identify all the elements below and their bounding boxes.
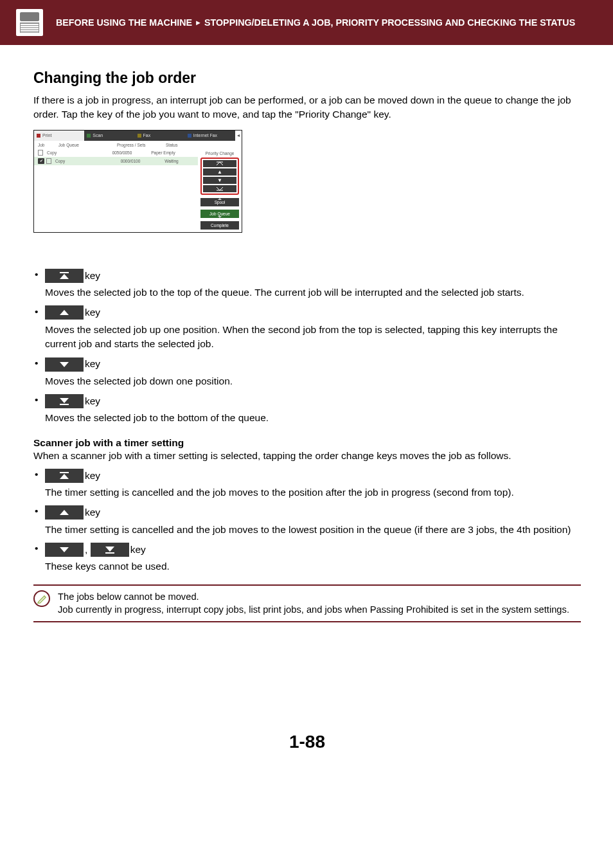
move-bottom-button[interactable] (203, 185, 236, 192)
move-top-icon (45, 469, 84, 483)
check-icon: ✔ (38, 158, 44, 164)
tab-fax[interactable]: Fax (135, 131, 185, 141)
note-block: The jobs below cannot be moved. Job curr… (33, 584, 581, 622)
breadcrumb-section: BEFORE USING THE MACHINE (56, 17, 192, 28)
back-button[interactable]: ◂ (235, 131, 242, 141)
note-text: The jobs below cannot be moved. Job curr… (58, 590, 569, 617)
complete-button[interactable]: Complete (200, 221, 239, 230)
priority-keys-list: key Moves the selected job to the top of… (33, 268, 581, 426)
fax-icon (138, 134, 141, 138)
move-top-icon (45, 269, 84, 283)
list-item: key Moves the selected job to the top of… (33, 268, 581, 300)
list-item: key Moves the selected job down one posi… (33, 357, 581, 389)
tab-internet-fax[interactable]: Internet Fax (185, 131, 235, 141)
spool-button[interactable]: Spool (200, 198, 239, 206)
intro-text: If there is a job in progress, an interr… (33, 93, 581, 122)
scanner-subheading: Scanner job with a timer setting (33, 437, 581, 449)
doc-icon (38, 150, 43, 156)
tab-scan[interactable]: Scan (84, 131, 134, 141)
breadcrumb: BEFORE USING THE MACHINE ► STOPPING/DELE… (56, 17, 575, 28)
breadcrumb-separator-icon: ► (195, 19, 202, 26)
list-item: , key These keys cannot be used. (33, 542, 581, 574)
page-number: 1-88 (33, 732, 581, 772)
list-item: key The timer setting is cancelled and t… (33, 505, 581, 537)
ifax-icon (188, 134, 191, 138)
list-item: key Moves the selected job up one positi… (33, 305, 581, 352)
note-icon (33, 590, 50, 607)
priority-buttons-highlight: ▲ ▼ (200, 158, 239, 195)
priority-change-label: Priority Change (200, 150, 239, 158)
job-row-selected[interactable]: ✔ Copy 0000/0100 Waiting (34, 157, 198, 165)
job-status-screenshot: Print Scan Fax Internet Fax ◂ Job Job Qu… (33, 130, 242, 233)
list-item: key The timer setting is cancelled and t… (33, 468, 581, 500)
list-item: key Moves the selected job to the bottom… (33, 393, 581, 426)
move-down-button[interactable]: ▼ (203, 177, 236, 184)
job-row[interactable]: Copy 0050/0050 Paper Empty (34, 149, 198, 157)
move-down-icon (45, 357, 84, 372)
tab-print[interactable]: Print (34, 131, 84, 141)
move-up-icon (45, 305, 84, 320)
scanner-keys-list: key The timer setting is cancelled and t… (33, 468, 581, 574)
move-up-icon (45, 505, 84, 520)
move-top-button[interactable] (203, 160, 236, 167)
move-bottom-icon (91, 543, 129, 557)
scanner-intro: When a scanner job with a timer setting … (33, 450, 581, 462)
page-title: Changing the job order (33, 69, 581, 87)
move-down-icon (45, 543, 84, 557)
page-header: BEFORE USING THE MACHINE ► STOPPING/DELE… (0, 0, 613, 45)
column-headers: Job Job Queue Progress / Sets Status (34, 141, 242, 149)
move-up-button[interactable]: ▲ (203, 168, 236, 176)
print-icon (37, 134, 40, 138)
printer-icon (16, 9, 43, 36)
breadcrumb-subsection: STOPPING/DELETING A JOB, PRIORITY PROCES… (204, 17, 575, 28)
doc-icon (46, 158, 51, 164)
move-bottom-icon (45, 394, 84, 408)
content: Changing the job order If there is a job… (0, 45, 613, 772)
scan-icon (87, 134, 91, 138)
job-queue-button[interactable]: Job Queue (200, 210, 239, 218)
